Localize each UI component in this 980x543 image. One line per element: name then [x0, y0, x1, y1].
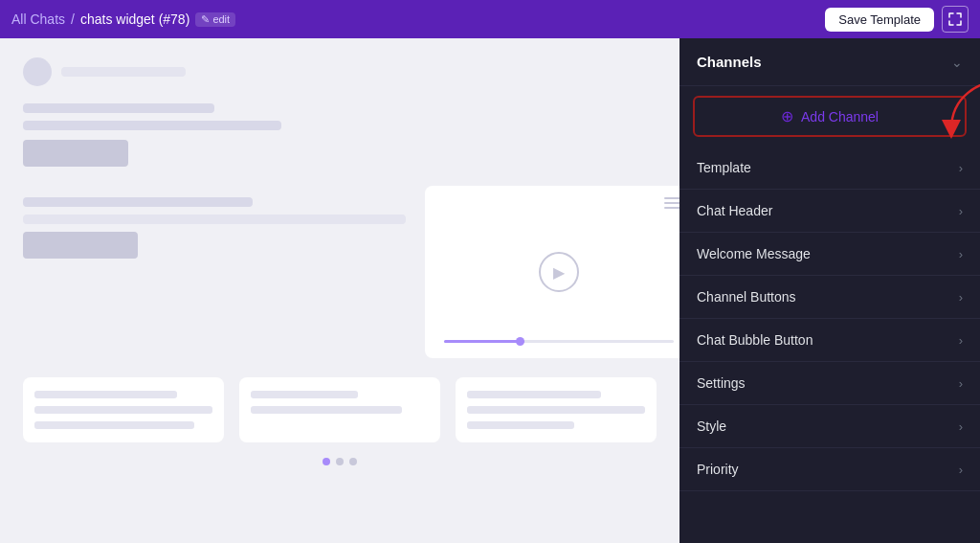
template-chevron-icon: ›	[959, 161, 963, 175]
card2-line1	[251, 391, 358, 398]
channels-section-header: Channels ⌄	[679, 38, 980, 86]
breadcrumb-current-page: chats widget (#78)	[80, 11, 189, 27]
channels-chevron-icon: ⌄	[951, 55, 963, 70]
sidebar-item-style[interactable]: Style ›	[679, 405, 980, 448]
video-progress-bar	[444, 340, 524, 343]
play-button[interactable]: ▶	[539, 252, 579, 292]
sidebar: Channels ⌄ ⊕ Add Channel Template	[679, 38, 980, 543]
card-1	[23, 377, 224, 442]
preview-lines	[23, 103, 657, 130]
dot-2	[349, 458, 357, 465]
chat-header-chevron-icon: ›	[959, 204, 963, 218]
chat-bubble-button-chevron-icon: ›	[959, 333, 963, 348]
line1-skeleton	[23, 103, 214, 113]
card1-line1	[34, 391, 177, 398]
sidebar-item-template-label: Template	[697, 160, 751, 175]
preview-top-row	[23, 57, 657, 86]
header-actions: Save Template	[825, 6, 969, 33]
sidebar-item-channel-buttons[interactable]: Channel Buttons ›	[679, 276, 980, 319]
line4-skeleton	[23, 215, 406, 224]
sidebar-item-chat-header[interactable]: Chat Header ›	[679, 190, 980, 233]
dot-active	[323, 458, 330, 465]
bottom-cards	[23, 377, 657, 442]
add-channel-label: Add Channel	[801, 109, 879, 124]
sidebar-item-chat-bubble-button[interactable]: Chat Bubble Button ›	[679, 319, 980, 362]
channel-buttons-chevron-icon: ›	[959, 290, 963, 305]
sidebar-item-settings[interactable]: Settings ›	[679, 362, 980, 405]
fullscreen-icon	[948, 12, 962, 26]
menu-line-3	[664, 207, 679, 209]
preview-left-content	[23, 186, 406, 358]
menu-line-2	[664, 202, 679, 204]
sidebar-item-priority[interactable]: Priority ›	[679, 448, 980, 491]
breadcrumb: All Chats / chats widget (#78) ✎ edit	[11, 11, 235, 27]
progress-dot	[516, 337, 524, 346]
menu-icon	[664, 197, 679, 209]
sidebar-item-welcome-message-label: Welcome Message	[697, 246, 811, 261]
card3-line2	[467, 406, 645, 414]
line2-skeleton	[23, 121, 281, 130]
fullscreen-button[interactable]	[942, 6, 969, 33]
name-skeleton	[61, 67, 186, 77]
sidebar-item-style-label: Style	[697, 419, 726, 434]
sidebar-item-chat-bubble-button-label: Chat Bubble Button	[697, 332, 813, 348]
preview-mid-row: ▶	[23, 186, 657, 358]
card-2	[239, 377, 440, 442]
page-dots	[23, 458, 657, 465]
main-layout: ▶	[0, 38, 980, 543]
sidebar-item-chat-header-label: Chat Header	[697, 203, 772, 218]
style-chevron-icon: ›	[959, 419, 963, 434]
card2-line2	[251, 406, 402, 414]
button-skeleton	[23, 140, 128, 167]
sidebar-item-settings-label: Settings	[697, 375, 746, 391]
video-card: ▶	[425, 186, 679, 358]
card3-line3	[467, 421, 574, 429]
avatar-skeleton	[23, 57, 52, 86]
breadcrumb-all-chats[interactable]: All Chats	[11, 11, 65, 27]
preview-area: ▶	[0, 38, 679, 543]
settings-chevron-icon: ›	[959, 376, 963, 391]
welcome-message-chevron-icon: ›	[959, 247, 963, 261]
edit-badge[interactable]: ✎ edit	[195, 12, 235, 27]
video-card-container: ▶	[425, 186, 679, 358]
add-channel-section: ⊕ Add Channel	[679, 86, 980, 147]
card-3	[456, 377, 657, 442]
add-channel-plus-icon: ⊕	[781, 107, 793, 125]
priority-chevron-icon: ›	[959, 463, 963, 477]
dot-1	[336, 458, 344, 465]
line3-skeleton	[23, 197, 253, 207]
video-progress	[444, 340, 674, 343]
sidebar-item-channel-buttons-label: Channel Buttons	[697, 289, 796, 305]
breadcrumb-separator: /	[71, 11, 75, 27]
sidebar-item-template[interactable]: Template ›	[679, 147, 980, 190]
card3-line1	[467, 391, 601, 398]
add-channel-button[interactable]: ⊕ Add Channel	[693, 96, 967, 137]
button2-skeleton	[23, 232, 138, 259]
sidebar-item-priority-label: Priority	[697, 462, 739, 477]
card1-line2	[34, 406, 212, 414]
channels-title: Channels	[697, 54, 762, 70]
sidebar-menu: Template › Chat Header › Welcome Message…	[679, 147, 980, 491]
card1-line3	[34, 421, 194, 429]
sidebar-item-welcome-message[interactable]: Welcome Message ›	[679, 233, 980, 276]
app-header: All Chats / chats widget (#78) ✎ edit Sa…	[0, 0, 980, 38]
save-template-button[interactable]: Save Template	[825, 8, 934, 32]
menu-line-1	[664, 197, 679, 199]
